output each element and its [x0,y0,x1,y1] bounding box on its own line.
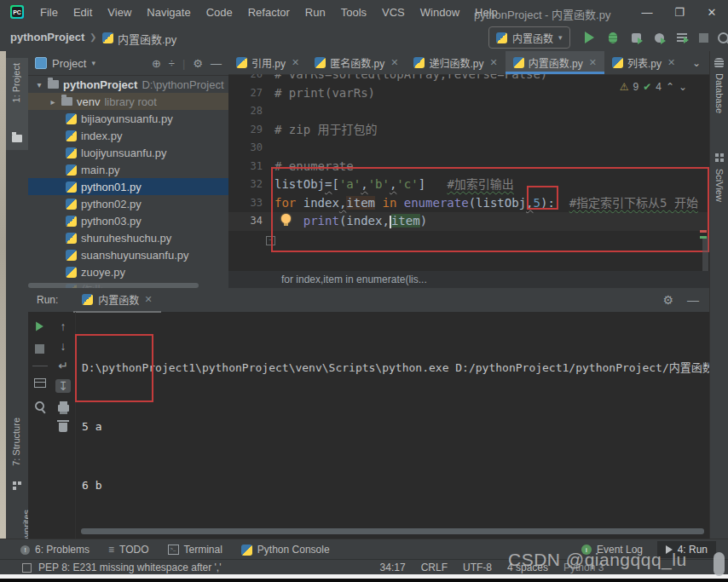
error-stripe-mark-green[interactable] [700,236,707,239]
restore-layout-button[interactable] [34,378,46,388]
menu-code[interactable]: Code [199,6,240,19]
tree-item-file[interactable]: suanshuyunsuanfu.py [28,246,228,263]
code-line[interactable]: 33for index,item in enumerate(listObj,5)… [228,194,709,213]
maximize-button[interactable]: ❐ [665,0,694,24]
tab-file[interactable]: 递归函数.py✕ [406,51,505,74]
pin-tab-button[interactable] [33,400,46,412]
tab-file[interactable]: 引用.py✕ [228,51,307,74]
print-button[interactable] [58,405,69,412]
scroll-to-end-button[interactable]: ↧ [55,379,71,393]
tree-item-file[interactable]: shuruheshuchu.py [28,229,228,246]
menu-window[interactable]: Window [413,6,467,19]
close-icon[interactable]: ✕ [144,294,152,305]
debug-button[interactable] [606,31,620,44]
tool-stripe-project[interactable]: 1: Project [11,63,21,102]
hidden-tabs-chevron-icon[interactable]: ⌄ [692,57,709,69]
stop-button[interactable] [35,344,44,354]
line-separator[interactable]: CRLF [421,562,448,573]
toolwindow-python-console[interactable]: Python Console [241,544,330,556]
toolwindow-todo[interactable]: ≡TODO [108,544,148,556]
toolwindow-terminal[interactable]: >_Terminal [168,544,222,556]
hide-panel-icon[interactable]: — [687,293,699,307]
tab-file[interactable]: 匿名函数.py✕ [307,51,406,74]
menu-tools[interactable]: Tools [333,6,374,19]
menu-navigate[interactable]: Navigate [139,6,198,19]
gear-icon[interactable]: ⚙ [193,57,203,70]
menu-edit[interactable]: Edit [66,6,100,19]
close-icon[interactable]: ✕ [667,57,675,68]
tool-stripe-structure[interactable]: 7: Structure [11,418,21,466]
code-line[interactable]: 29# zip 用于打包的 [228,121,709,140]
run-button[interactable] [582,31,596,44]
close-icon[interactable]: ✕ [589,57,597,68]
inspections-widget[interactable]: ⚠ 9 ✔ 4 ⌃ ⌄ [620,81,687,93]
tree-item-venv[interactable]: ▸ venv library root [28,93,228,110]
tree-item-file[interactable]: bijiaoyunsuanfu.py [28,110,228,127]
collapse-all-icon[interactable]: ÷ [169,57,175,70]
tree-item-file[interactable]: luojiyunsuanfu.py [28,144,228,161]
project-panel-title[interactable]: Project [52,57,86,70]
code-line-current[interactable]: 34 print(index,item) [228,212,709,231]
code-line[interactable]: 32listObj=['a','b','c'] #加索引输出 [228,176,709,194]
intention-bulb-icon[interactable] [281,214,291,223]
breadcrumb-project[interactable]: pythonProject [10,31,84,43]
hide-panel-icon[interactable]: — [211,57,222,70]
down-stacktrace-button[interactable]: ↓ [61,340,66,352]
tree-item-file-selected[interactable]: python01.py [28,178,228,195]
up-stacktrace-button[interactable]: ↑ [61,320,66,332]
tab-file[interactable]: 列表.py✕ [604,51,683,74]
problems-icon: ! [20,545,30,555]
close-button[interactable]: ✕ [697,0,726,24]
tree-item-file[interactable]: index.py [28,127,228,144]
editor-scrollbar[interactable] [702,236,708,271]
close-icon[interactable]: ✕ [390,57,398,68]
fold-marker-icon[interactable]: − [266,236,275,245]
tree-item-file[interactable]: main.py [28,161,228,178]
menu-view[interactable]: View [100,6,139,19]
profile-button[interactable] [652,31,666,44]
locate-file-icon[interactable]: ⊕ [152,57,161,70]
menu-vcs[interactable]: VCS [374,6,413,19]
run-console[interactable]: D:\pythonProject1\pythonProject\venv\Scr… [75,312,709,539]
breadcrumb-file[interactable]: 内置函数.py [118,31,176,47]
run-with-options-button[interactable] [675,31,689,44]
menu-file[interactable]: File [32,6,66,19]
project-tree: ▾ pythonProject D:\pythonProject ▸ venv … [28,76,228,288]
gear-icon[interactable]: ⚙ [662,293,673,307]
stop-button[interactable] [696,31,710,44]
soft-wrap-button[interactable]: ↵ [58,360,68,372]
file-encoding[interactable]: UTF-8 [463,562,492,573]
breadcrumb-separator-icon: ❯ [90,32,96,42]
minimize-button[interactable]: — [633,0,662,24]
code-line[interactable]: 28 [228,102,709,121]
tool-stripe-sciview[interactable]: SciView [714,169,725,202]
prev-problem-icon[interactable]: ⌃ [666,81,674,93]
tree-item-file[interactable]: zuoye.py [28,263,228,280]
code-line[interactable]: 30 [228,139,709,158]
code-text: for index,item in enumerate(listObj,5): … [274,194,698,213]
toolwindow-toggle-icon[interactable] [22,563,32,573]
tree-item-file[interactable]: python02.py [28,195,228,212]
clear-console-button[interactable] [59,423,67,432]
error-stripe-mark-red[interactable] [700,230,707,233]
console-horizontal-scrollbar[interactable] [81,528,704,534]
run-configuration-select[interactable]: 内置函数 ▾ [488,26,570,49]
toolwindow-problems[interactable]: !6: Problems [20,544,90,556]
close-icon[interactable]: ✕ [292,57,299,68]
close-icon[interactable]: ✕ [489,57,497,68]
run-with-coverage-button[interactable] [629,31,643,44]
editor-body[interactable]: 26# varRs=sorted(topArray,reverse=False)… [228,74,709,271]
run-tab[interactable]: 内置函数 ✕ [73,287,160,313]
code-line[interactable]: 31# enumerate [228,158,709,176]
tree-item-root[interactable]: ▾ pythonProject D:\pythonProject [28,76,228,93]
next-problem-icon[interactable]: ⌄ [679,81,687,93]
status-message[interactable]: PEP 8: E231 missing whitespace after ',' [38,562,221,573]
search-everywhere-button[interactable] [716,31,728,44]
tool-stripe-database[interactable]: Database [714,73,725,113]
menu-run[interactable]: Run [298,6,333,19]
tree-item-file[interactable]: python03.py [28,212,228,229]
caret-position[interactable]: 34:17 [380,562,406,573]
menu-refactor[interactable]: Refactor [240,6,298,19]
tab-file-active[interactable]: 内置函数.py✕ [506,51,604,74]
rerun-button[interactable] [36,321,43,331]
